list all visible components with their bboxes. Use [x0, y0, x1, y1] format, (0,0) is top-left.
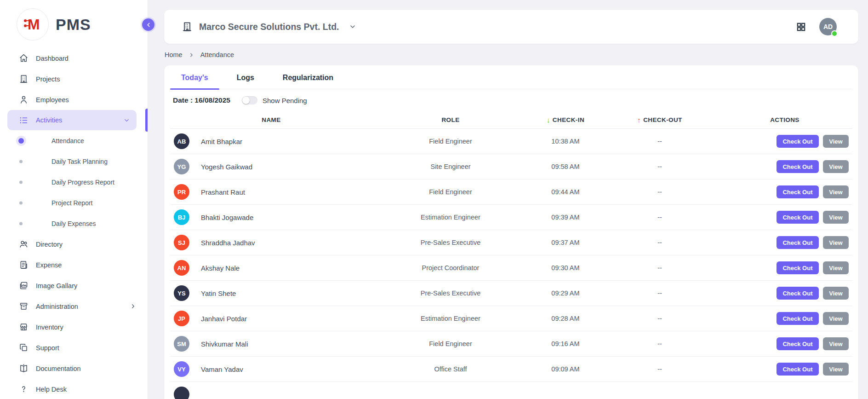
- book-icon: [18, 364, 29, 374]
- user-avatar[interactable]: AD: [819, 18, 837, 35]
- employee-check-out: --: [602, 188, 717, 196]
- attendance-row: ABAmit BhapkarField Engineer10:38 AM--Ch…: [170, 129, 852, 154]
- sidebar-item-image-gallary[interactable]: Image Gallary: [0, 275, 148, 296]
- view-button[interactable]: View: [823, 312, 849, 325]
- tab-today-s[interactable]: Today's: [170, 74, 219, 89]
- sidebar-item-label: Inventory: [36, 324, 63, 331]
- sidebar-item-inventory[interactable]: Inventory: [0, 317, 148, 337]
- pms-logo: M: [17, 8, 49, 40]
- check-out-button[interactable]: Check Out: [777, 236, 819, 249]
- sidebar-item-documentation[interactable]: Documentation: [0, 358, 148, 379]
- employee-avatar: YS: [174, 285, 189, 301]
- date-label: Date : 16/08/2025: [173, 96, 230, 104]
- tab-logs[interactable]: Logs: [226, 74, 265, 89]
- employee-check-in: 09:09 AM: [529, 365, 602, 373]
- employee-check-in: 09:28 AM: [529, 315, 602, 322]
- sidebar-subitem-daily-task-planning[interactable]: Daily Task Planning: [0, 151, 148, 172]
- copy-icon: [18, 343, 29, 353]
- view-button[interactable]: View: [823, 160, 849, 173]
- sidebar-item-label: Documentation: [36, 365, 81, 372]
- view-button[interactable]: View: [823, 337, 849, 350]
- sidebar-item-administration[interactable]: Administration: [0, 296, 148, 317]
- view-button[interactable]: View: [823, 287, 849, 300]
- user-avatar-initials: AD: [823, 23, 833, 30]
- filter-row: Date : 16/08/2025 Show Pending: [170, 89, 852, 111]
- sidebar-item-dashboard[interactable]: Dashboard: [0, 48, 148, 69]
- sort-arrow-down-icon: ↓: [547, 116, 550, 123]
- employee-avatar: VY: [174, 361, 189, 377]
- attendance-row: SMShivkumar MaliField Engineer09:16 AM--…: [170, 331, 852, 357]
- show-pending-toggle[interactable]: [242, 96, 257, 104]
- employee-name: Yatin Shete: [201, 289, 236, 297]
- sidebar-item-directory[interactable]: Directory: [0, 234, 148, 254]
- column-header-check-in[interactable]: ↓CHECK-IN: [529, 116, 602, 123]
- breadcrumb-home[interactable]: Home: [165, 51, 183, 58]
- sidebar-item-support[interactable]: Support: [0, 337, 148, 358]
- check-out-button[interactable]: Check Out: [777, 160, 819, 173]
- sidebar-collapse-button[interactable]: [142, 18, 154, 31]
- breadcrumb-attendance[interactable]: Attendance: [200, 51, 234, 58]
- sidebar-subitem-attendance[interactable]: Attendance: [0, 130, 148, 151]
- view-button[interactable]: View: [823, 185, 849, 198]
- top-header: Marco Secure Solutions Pvt. Ltd. AD: [164, 10, 858, 44]
- sidebar-item-employees[interactable]: Employees: [0, 89, 148, 110]
- app-title: PMS: [56, 16, 91, 34]
- sidebar-subitem-project-report[interactable]: Project Report: [0, 192, 148, 213]
- sidebar-subitem-daily-expenses[interactable]: Daily Expenses: [0, 213, 148, 234]
- employee-name: Amit Bhapkar: [201, 138, 242, 145]
- check-out-button[interactable]: Check Out: [777, 211, 819, 224]
- view-button[interactable]: View: [823, 261, 849, 274]
- column-header-name: NAME: [170, 116, 372, 123]
- sidebar-subitem-daily-progress-report[interactable]: Daily Progress Report: [0, 172, 148, 192]
- view-button[interactable]: View: [823, 236, 849, 249]
- employee-avatar: AB: [174, 133, 189, 149]
- apps-grid-icon[interactable]: [796, 22, 806, 32]
- sidebar-subitem-label: Project Report: [51, 199, 92, 207]
- company-selector[interactable]: Marco Secure Solutions Pvt. Ltd.: [182, 21, 356, 32]
- employee-role: Office Staff: [372, 365, 529, 373]
- employee-name: Janhavi Potdar: [201, 315, 247, 323]
- building-icon: [18, 74, 29, 84]
- show-pending-label: Show Pending: [263, 97, 307, 104]
- column-header-role: ROLE: [372, 116, 529, 123]
- sidebar-item-activities[interactable]: Activities: [7, 110, 137, 130]
- store-icon: [18, 322, 29, 332]
- sidebar: M PMS DashboardProjectsEmployeesActiviti…: [0, 0, 148, 399]
- check-out-button[interactable]: Check Out: [777, 337, 819, 350]
- check-out-button[interactable]: Check Out: [777, 185, 819, 198]
- sidebar-item-expense[interactable]: Expense: [0, 254, 148, 275]
- check-out-button[interactable]: Check Out: [777, 363, 819, 376]
- check-out-button[interactable]: Check Out: [777, 312, 819, 325]
- view-button[interactable]: View: [823, 135, 849, 148]
- bullet-dot-icon: [18, 138, 24, 144]
- employee-check-in: 09:44 AM: [529, 188, 602, 196]
- sidebar-item-label: Activities: [36, 116, 62, 124]
- employee-avatar: SM: [174, 336, 189, 352]
- employee-avatar: JP: [174, 311, 189, 326]
- check-out-button[interactable]: Check Out: [777, 261, 819, 274]
- sidebar-item-projects[interactable]: Projects: [0, 69, 148, 89]
- sidebar-item-label: Dashboard: [36, 55, 69, 62]
- check-out-button[interactable]: Check Out: [777, 287, 819, 300]
- employee-avatar: PR: [174, 184, 189, 200]
- toggle-knob: [242, 97, 250, 104]
- bullet-dot-icon: [19, 222, 23, 225]
- main-area: Marco Secure Solutions Pvt. Ltd. AD Home…: [148, 0, 868, 399]
- chevron-down-icon: [123, 117, 130, 124]
- employee-role: Field Engineer: [372, 188, 529, 196]
- chevron-left-icon: [145, 22, 152, 28]
- sidebar-item-help-desk[interactable]: Help Desk: [0, 379, 148, 399]
- employee-name: Prashant Raut: [201, 188, 245, 196]
- employee-avatar: YG: [174, 159, 189, 174]
- employee-check-out: --: [602, 239, 717, 246]
- sidebar-item-label: Administration: [36, 303, 78, 310]
- view-button[interactable]: View: [823, 363, 849, 376]
- column-header-actions: ACTIONS: [717, 116, 852, 123]
- view-button[interactable]: View: [823, 211, 849, 224]
- archive-icon: [18, 301, 29, 312]
- receipt-icon: [18, 260, 29, 270]
- column-header-check-out[interactable]: ↑CHECK-OUT: [602, 116, 717, 123]
- bullet-dot-icon: [19, 160, 23, 163]
- tab-regularization[interactable]: Regularization: [272, 74, 344, 89]
- check-out-button[interactable]: Check Out: [777, 135, 819, 148]
